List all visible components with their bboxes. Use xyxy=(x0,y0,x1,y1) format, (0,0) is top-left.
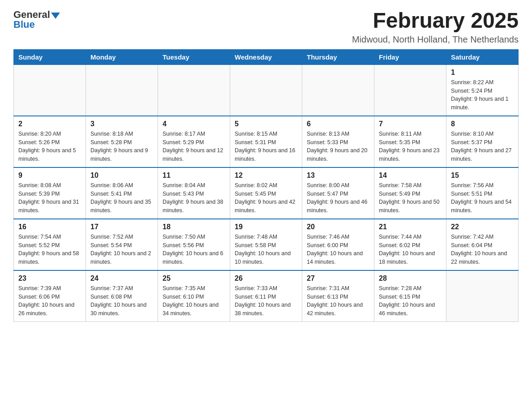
calendar-day-cell xyxy=(86,64,158,116)
weekday-header-monday: Monday xyxy=(86,49,158,64)
logo-arrow-icon xyxy=(51,13,60,19)
calendar-day-cell: 16Sunrise: 7:54 AM Sunset: 5:52 PM Dayli… xyxy=(14,219,86,270)
calendar-day-cell: 14Sunrise: 7:58 AM Sunset: 5:49 PM Dayli… xyxy=(374,167,446,219)
weekday-header-saturday: Saturday xyxy=(446,49,519,64)
page-header: General Blue February 2025 Midwoud, Nort… xyxy=(13,9,519,45)
day-number: 23 xyxy=(18,274,81,283)
day-info: Sunrise: 7:46 AM Sunset: 6:00 PM Dayligh… xyxy=(307,233,369,266)
weekday-header-row: SundayMondayTuesdayWednesdayThursdayFrid… xyxy=(14,49,519,64)
weekday-header-wednesday: Wednesday xyxy=(230,49,302,64)
day-info: Sunrise: 7:52 AM Sunset: 5:54 PM Dayligh… xyxy=(90,233,153,266)
day-number: 24 xyxy=(90,274,153,283)
calendar-day-cell: 23Sunrise: 7:39 AM Sunset: 6:06 PM Dayli… xyxy=(14,270,86,322)
day-number: 15 xyxy=(451,171,514,180)
calendar-week-row: 1Sunrise: 8:22 AM Sunset: 5:24 PM Daylig… xyxy=(14,64,519,116)
logo-blue-text: Blue xyxy=(13,19,35,30)
day-info: Sunrise: 7:37 AM Sunset: 6:08 PM Dayligh… xyxy=(90,284,153,318)
calendar-day-cell: 4Sunrise: 8:17 AM Sunset: 5:29 PM Daylig… xyxy=(158,116,230,167)
title-block: February 2025 Midwoud, North Holland, Th… xyxy=(352,9,519,45)
day-number: 4 xyxy=(163,120,225,128)
calendar-day-cell: 8Sunrise: 8:10 AM Sunset: 5:37 PM Daylig… xyxy=(446,116,519,167)
calendar-day-cell: 13Sunrise: 8:00 AM Sunset: 5:47 PM Dayli… xyxy=(302,167,374,219)
calendar-day-cell: 15Sunrise: 7:56 AM Sunset: 5:51 PM Dayli… xyxy=(446,167,519,219)
calendar-table: SundayMondayTuesdayWednesdayThursdayFrid… xyxy=(13,49,519,322)
calendar-day-cell xyxy=(14,64,86,116)
calendar-day-cell xyxy=(158,64,230,116)
calendar-day-cell xyxy=(302,64,374,116)
calendar-day-cell: 22Sunrise: 7:42 AM Sunset: 6:04 PM Dayli… xyxy=(446,219,519,270)
logo: General Blue xyxy=(13,9,60,30)
day-number: 22 xyxy=(451,223,514,231)
day-info: Sunrise: 7:33 AM Sunset: 6:11 PM Dayligh… xyxy=(235,284,297,318)
calendar-week-row: 23Sunrise: 7:39 AM Sunset: 6:06 PM Dayli… xyxy=(14,270,519,322)
day-info: Sunrise: 7:31 AM Sunset: 6:13 PM Dayligh… xyxy=(307,284,369,318)
day-number: 5 xyxy=(235,120,297,128)
calendar-day-cell: 6Sunrise: 8:13 AM Sunset: 5:33 PM Daylig… xyxy=(302,116,374,167)
day-number: 27 xyxy=(307,274,369,283)
day-info: Sunrise: 8:11 AM Sunset: 5:35 PM Dayligh… xyxy=(379,130,442,163)
day-info: Sunrise: 7:39 AM Sunset: 6:06 PM Dayligh… xyxy=(18,284,81,318)
calendar-day-cell: 27Sunrise: 7:31 AM Sunset: 6:13 PM Dayli… xyxy=(302,270,374,322)
day-number: 13 xyxy=(307,171,369,180)
day-info: Sunrise: 8:08 AM Sunset: 5:39 PM Dayligh… xyxy=(18,181,81,215)
day-info: Sunrise: 8:02 AM Sunset: 5:45 PM Dayligh… xyxy=(235,181,297,215)
day-info: Sunrise: 8:15 AM Sunset: 5:31 PM Dayligh… xyxy=(235,130,297,163)
day-number: 9 xyxy=(18,171,81,180)
day-info: Sunrise: 7:58 AM Sunset: 5:49 PM Dayligh… xyxy=(379,181,442,215)
day-info: Sunrise: 7:28 AM Sunset: 6:15 PM Dayligh… xyxy=(379,284,442,318)
weekday-header-thursday: Thursday xyxy=(302,49,374,64)
day-number: 19 xyxy=(235,223,297,231)
day-number: 14 xyxy=(379,171,442,180)
day-info: Sunrise: 7:54 AM Sunset: 5:52 PM Dayligh… xyxy=(18,233,81,266)
day-info: Sunrise: 7:44 AM Sunset: 6:02 PM Dayligh… xyxy=(379,233,442,266)
month-year-title: February 2025 xyxy=(352,9,519,33)
calendar-day-cell: 18Sunrise: 7:50 AM Sunset: 5:56 PM Dayli… xyxy=(158,219,230,270)
weekday-header-tuesday: Tuesday xyxy=(158,49,230,64)
day-info: Sunrise: 8:00 AM Sunset: 5:47 PM Dayligh… xyxy=(307,181,369,215)
day-number: 2 xyxy=(18,120,81,128)
day-info: Sunrise: 8:17 AM Sunset: 5:29 PM Dayligh… xyxy=(163,130,225,163)
calendar-day-cell xyxy=(446,270,519,322)
day-info: Sunrise: 8:13 AM Sunset: 5:33 PM Dayligh… xyxy=(307,130,369,163)
calendar-day-cell: 25Sunrise: 7:35 AM Sunset: 6:10 PM Dayli… xyxy=(158,270,230,322)
day-number: 6 xyxy=(307,120,369,128)
calendar-day-cell: 28Sunrise: 7:28 AM Sunset: 6:15 PM Dayli… xyxy=(374,270,446,322)
calendar-day-cell: 9Sunrise: 8:08 AM Sunset: 5:39 PM Daylig… xyxy=(14,167,86,219)
calendar-day-cell: 3Sunrise: 8:18 AM Sunset: 5:28 PM Daylig… xyxy=(86,116,158,167)
day-number: 7 xyxy=(379,120,442,128)
calendar-week-row: 2Sunrise: 8:20 AM Sunset: 5:26 PM Daylig… xyxy=(14,116,519,167)
day-info: Sunrise: 8:06 AM Sunset: 5:41 PM Dayligh… xyxy=(90,181,153,215)
calendar-day-cell: 11Sunrise: 8:04 AM Sunset: 5:43 PM Dayli… xyxy=(158,167,230,219)
day-info: Sunrise: 8:04 AM Sunset: 5:43 PM Dayligh… xyxy=(163,181,225,215)
calendar-day-cell: 12Sunrise: 8:02 AM Sunset: 5:45 PM Dayli… xyxy=(230,167,302,219)
day-number: 11 xyxy=(163,171,225,180)
day-number: 25 xyxy=(163,274,225,283)
day-info: Sunrise: 7:35 AM Sunset: 6:10 PM Dayligh… xyxy=(163,284,225,318)
day-info: Sunrise: 7:42 AM Sunset: 6:04 PM Dayligh… xyxy=(451,233,514,266)
day-info: Sunrise: 7:48 AM Sunset: 5:58 PM Dayligh… xyxy=(235,233,297,266)
calendar-day-cell: 21Sunrise: 7:44 AM Sunset: 6:02 PM Dayli… xyxy=(374,219,446,270)
day-number: 12 xyxy=(235,171,297,180)
day-number: 16 xyxy=(18,223,81,231)
day-number: 21 xyxy=(379,223,442,231)
day-info: Sunrise: 8:10 AM Sunset: 5:37 PM Dayligh… xyxy=(451,130,514,163)
day-info: Sunrise: 8:18 AM Sunset: 5:28 PM Dayligh… xyxy=(90,130,153,163)
calendar-day-cell: 7Sunrise: 8:11 AM Sunset: 5:35 PM Daylig… xyxy=(374,116,446,167)
location-subtitle: Midwoud, North Holland, The Netherlands xyxy=(352,34,519,45)
calendar-day-cell: 26Sunrise: 7:33 AM Sunset: 6:11 PM Dayli… xyxy=(230,270,302,322)
day-info: Sunrise: 7:50 AM Sunset: 5:56 PM Dayligh… xyxy=(163,233,225,266)
calendar-day-cell: 5Sunrise: 8:15 AM Sunset: 5:31 PM Daylig… xyxy=(230,116,302,167)
calendar-day-cell: 1Sunrise: 8:22 AM Sunset: 5:24 PM Daylig… xyxy=(446,64,519,116)
weekday-header-sunday: Sunday xyxy=(14,49,86,64)
calendar-day-cell: 19Sunrise: 7:48 AM Sunset: 5:58 PM Dayli… xyxy=(230,219,302,270)
calendar-day-cell xyxy=(230,64,302,116)
day-number: 3 xyxy=(90,120,153,128)
day-number: 8 xyxy=(451,120,514,128)
day-info: Sunrise: 8:20 AM Sunset: 5:26 PM Dayligh… xyxy=(18,130,81,163)
day-info: Sunrise: 7:56 AM Sunset: 5:51 PM Dayligh… xyxy=(451,181,514,215)
day-number: 1 xyxy=(451,68,514,77)
calendar-day-cell: 2Sunrise: 8:20 AM Sunset: 5:26 PM Daylig… xyxy=(14,116,86,167)
day-number: 17 xyxy=(90,223,153,231)
weekday-header-friday: Friday xyxy=(374,49,446,64)
calendar-day-cell xyxy=(374,64,446,116)
